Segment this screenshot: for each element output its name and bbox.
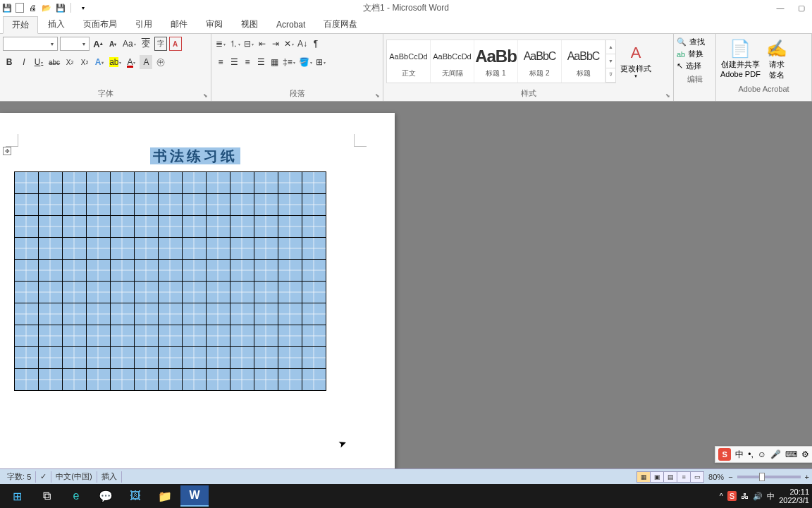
sogou-logo-icon[interactable]: S [718, 448, 731, 461]
grid-cell[interactable] [63, 369, 87, 391]
tab-view[interactable]: 视图 [233, 16, 266, 32]
find-button[interactable]: 🔍查找 [677, 37, 713, 47]
gallery-scroll[interactable]: ▲▼⊽ [605, 40, 615, 83]
grid-cell[interactable] [254, 369, 278, 391]
grid-cell[interactable] [254, 194, 278, 216]
grid-cell[interactable] [183, 216, 207, 238]
align-center-button[interactable]: ☰ [228, 55, 240, 69]
align-right-button[interactable]: ≡ [241, 55, 254, 69]
grid-cell[interactable] [302, 216, 326, 238]
grid-cell[interactable] [15, 260, 39, 282]
print-layout-view[interactable]: ▦ [636, 471, 651, 483]
grid-cell[interactable] [39, 347, 63, 369]
task-view-button[interactable]: ⧉ [32, 485, 61, 507]
zoom-level[interactable]: 80% [704, 473, 728, 481]
tab-home[interactable]: 开始 [3, 16, 38, 34]
grid-cell[interactable] [111, 172, 135, 194]
minimize-button[interactable]: — [770, 0, 791, 16]
grid-cell[interactable] [254, 347, 278, 369]
tab-review[interactable]: 审阅 [197, 16, 231, 32]
grid-cell[interactable] [230, 238, 254, 260]
grid-cell[interactable] [183, 325, 207, 347]
grid-cell[interactable] [278, 216, 302, 238]
grid-cell[interactable] [135, 347, 159, 369]
grid-cell[interactable] [302, 369, 326, 391]
replace-button[interactable]: ab替换 [677, 49, 713, 59]
grid-cell[interactable] [230, 303, 254, 325]
zoom-out-button[interactable]: − [728, 473, 732, 481]
asian-layout-button[interactable]: ✕▾ [283, 37, 295, 51]
grid-cell[interactable] [15, 282, 39, 303]
grid-cell[interactable] [230, 347, 254, 369]
shrink-font-button[interactable]: A▾ [106, 37, 119, 51]
grid-cell[interactable] [135, 369, 159, 391]
grid-cell[interactable] [39, 194, 63, 216]
document-title[interactable]: 书法练习纸 [13, 147, 378, 166]
grid-cell[interactable] [302, 325, 326, 347]
grid-cell[interactable] [159, 216, 183, 238]
explorer-icon[interactable]: 📁 [151, 485, 179, 507]
grid-cell[interactable] [159, 260, 183, 282]
insert-mode[interactable]: 插入 [97, 471, 122, 483]
grid-cell[interactable] [111, 216, 135, 238]
grid-cell[interactable] [63, 238, 87, 260]
open-icon[interactable]: 📂 [41, 2, 52, 13]
grid-cell[interactable] [207, 282, 230, 303]
grid-cell[interactable] [63, 194, 87, 216]
grid-cell[interactable] [302, 303, 326, 325]
grid-cell[interactable] [111, 347, 135, 369]
grid-cell[interactable] [159, 347, 183, 369]
tray-expand-icon[interactable]: ^ [720, 492, 723, 500]
grid-cell[interactable] [63, 260, 87, 282]
grid-cell[interactable] [159, 325, 183, 347]
grid-cell[interactable] [39, 260, 63, 282]
network-icon[interactable]: 🖧 [741, 492, 749, 500]
create-pdf-button[interactable]: 📄 创建并共享 Adobe PDF [720, 38, 761, 80]
grid-cell[interactable] [63, 347, 87, 369]
grid-cell[interactable] [302, 194, 326, 216]
grid-cell[interactable] [15, 216, 39, 238]
grid-cell[interactable] [39, 238, 63, 260]
grid-cell[interactable] [15, 325, 39, 347]
grid-cell[interactable] [111, 282, 135, 303]
line-spacing-button[interactable]: ‡≡▾ [281, 55, 297, 69]
tab-baidu[interactable]: 百度网盘 [315, 16, 366, 32]
grid-cell[interactable] [111, 238, 135, 260]
grid-cell[interactable] [278, 260, 302, 282]
grid-cell[interactable] [278, 194, 302, 216]
underline-button[interactable]: U▾ [32, 55, 45, 69]
grid-cell[interactable] [15, 303, 39, 325]
style-heading1[interactable]: AaBb标题 1 [474, 40, 518, 83]
grid-cell[interactable] [302, 172, 326, 194]
style-nospacing[interactable]: AaBbCcDd无间隔 [431, 40, 474, 83]
grid-cell[interactable] [111, 194, 135, 216]
grid-cell[interactable] [135, 194, 159, 216]
grid-cell[interactable] [63, 325, 87, 347]
grid-cell[interactable] [207, 194, 230, 216]
grid-cell[interactable] [39, 282, 63, 303]
grid-cell[interactable] [135, 216, 159, 238]
tab-references[interactable]: 引用 [127, 16, 161, 32]
web-view[interactable]: ▤ [663, 471, 677, 483]
show-marks-button[interactable]: ¶ [309, 37, 322, 51]
outline-view[interactable]: ≡ [677, 471, 691, 483]
grid-cell[interactable] [207, 260, 230, 282]
strike-button[interactable]: abc [47, 55, 61, 69]
grid-cell[interactable] [278, 172, 302, 194]
grid-cell[interactable] [39, 216, 63, 238]
grid-cell[interactable] [254, 260, 278, 282]
grid-cell[interactable] [87, 260, 111, 282]
ime-toolbar[interactable]: S 中 •, ☺ 🎤 ⌨ ⚙ [715, 446, 812, 463]
grid-cell[interactable] [15, 238, 39, 260]
new-doc-icon[interactable] [16, 3, 24, 13]
grid-cell[interactable] [230, 172, 254, 194]
ime-keyboard-icon[interactable]: ⌨ [785, 449, 797, 459]
grid-cell[interactable] [230, 260, 254, 282]
grid-cell[interactable] [135, 172, 159, 194]
grid-cell[interactable] [302, 347, 326, 369]
grid-cell[interactable] [230, 194, 254, 216]
grid-cell[interactable] [87, 347, 111, 369]
grid-cell[interactable] [183, 282, 207, 303]
grid-cell[interactable] [230, 216, 254, 238]
grid-cell[interactable] [183, 260, 207, 282]
